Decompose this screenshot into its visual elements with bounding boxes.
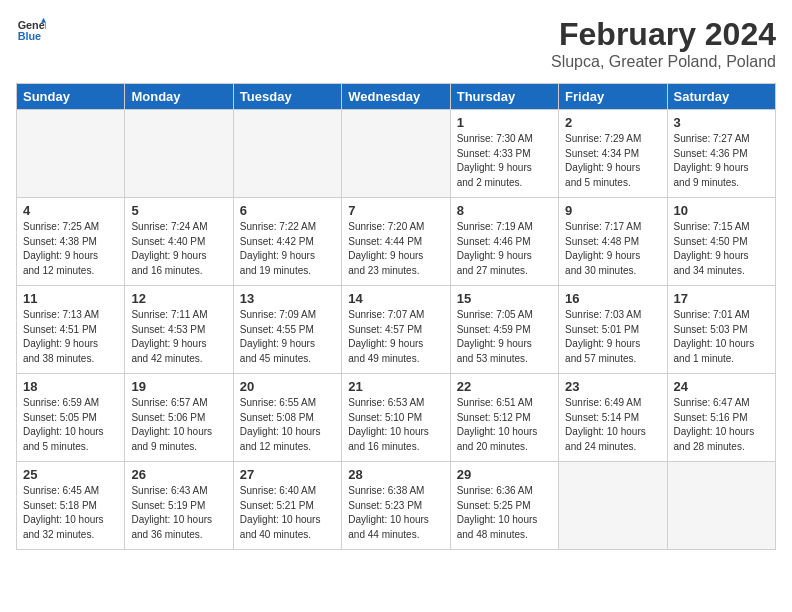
day-info: Sunrise: 7:03 AMSunset: 5:01 PMDaylight:… [565,308,660,366]
day-info: Sunrise: 6:59 AMSunset: 5:05 PMDaylight:… [23,396,118,454]
day-info: Sunrise: 7:27 AMSunset: 4:36 PMDaylight:… [674,132,769,190]
day-number: 5 [131,203,226,218]
header-row: Sunday Monday Tuesday Wednesday Thursday… [17,84,776,110]
day-info: Sunrise: 6:40 AMSunset: 5:21 PMDaylight:… [240,484,335,542]
day-info: Sunrise: 6:57 AMSunset: 5:06 PMDaylight:… [131,396,226,454]
day-info: Sunrise: 7:01 AMSunset: 5:03 PMDaylight:… [674,308,769,366]
calendar-cell: 26Sunrise: 6:43 AMSunset: 5:19 PMDayligh… [125,462,233,550]
calendar-cell: 4Sunrise: 7:25 AMSunset: 4:38 PMDaylight… [17,198,125,286]
day-info: Sunrise: 7:13 AMSunset: 4:51 PMDaylight:… [23,308,118,366]
calendar-table: Sunday Monday Tuesday Wednesday Thursday… [16,83,776,550]
day-number: 8 [457,203,552,218]
calendar-cell: 10Sunrise: 7:15 AMSunset: 4:50 PMDayligh… [667,198,775,286]
day-number: 26 [131,467,226,482]
day-info: Sunrise: 6:47 AMSunset: 5:16 PMDaylight:… [674,396,769,454]
header-sunday: Sunday [17,84,125,110]
calendar-cell: 16Sunrise: 7:03 AMSunset: 5:01 PMDayligh… [559,286,667,374]
day-info: Sunrise: 6:36 AMSunset: 5:25 PMDaylight:… [457,484,552,542]
calendar-cell: 17Sunrise: 7:01 AMSunset: 5:03 PMDayligh… [667,286,775,374]
calendar-cell [233,110,341,198]
day-info: Sunrise: 7:05 AMSunset: 4:59 PMDaylight:… [457,308,552,366]
day-number: 21 [348,379,443,394]
day-number: 15 [457,291,552,306]
calendar-cell: 2Sunrise: 7:29 AMSunset: 4:34 PMDaylight… [559,110,667,198]
title-section: February 2024 Slupca, Greater Poland, Po… [551,16,776,71]
header-friday: Friday [559,84,667,110]
calendar-cell: 12Sunrise: 7:11 AMSunset: 4:53 PMDayligh… [125,286,233,374]
calendar-title: February 2024 [551,16,776,53]
day-number: 18 [23,379,118,394]
calendar-cell: 24Sunrise: 6:47 AMSunset: 5:16 PMDayligh… [667,374,775,462]
calendar-cell [667,462,775,550]
calendar-cell: 27Sunrise: 6:40 AMSunset: 5:21 PMDayligh… [233,462,341,550]
header-monday: Monday [125,84,233,110]
calendar-week-4: 25Sunrise: 6:45 AMSunset: 5:18 PMDayligh… [17,462,776,550]
day-info: Sunrise: 6:49 AMSunset: 5:14 PMDaylight:… [565,396,660,454]
day-number: 3 [674,115,769,130]
calendar-cell: 9Sunrise: 7:17 AMSunset: 4:48 PMDaylight… [559,198,667,286]
day-info: Sunrise: 6:53 AMSunset: 5:10 PMDaylight:… [348,396,443,454]
day-number: 23 [565,379,660,394]
calendar-subtitle: Slupca, Greater Poland, Poland [551,53,776,71]
calendar-cell: 13Sunrise: 7:09 AMSunset: 4:55 PMDayligh… [233,286,341,374]
day-info: Sunrise: 6:51 AMSunset: 5:12 PMDaylight:… [457,396,552,454]
calendar-cell: 3Sunrise: 7:27 AMSunset: 4:36 PMDaylight… [667,110,775,198]
svg-text:Blue: Blue [18,30,41,42]
header-thursday: Thursday [450,84,558,110]
calendar-cell: 20Sunrise: 6:55 AMSunset: 5:08 PMDayligh… [233,374,341,462]
day-number: 10 [674,203,769,218]
day-info: Sunrise: 7:09 AMSunset: 4:55 PMDaylight:… [240,308,335,366]
day-number: 29 [457,467,552,482]
calendar-week-3: 18Sunrise: 6:59 AMSunset: 5:05 PMDayligh… [17,374,776,462]
day-number: 6 [240,203,335,218]
day-info: Sunrise: 7:25 AMSunset: 4:38 PMDaylight:… [23,220,118,278]
day-info: Sunrise: 6:55 AMSunset: 5:08 PMDaylight:… [240,396,335,454]
header-saturday: Saturday [667,84,775,110]
day-number: 25 [23,467,118,482]
calendar-week-0: 1Sunrise: 7:30 AMSunset: 4:33 PMDaylight… [17,110,776,198]
calendar-cell: 25Sunrise: 6:45 AMSunset: 5:18 PMDayligh… [17,462,125,550]
day-number: 17 [674,291,769,306]
calendar-cell: 23Sunrise: 6:49 AMSunset: 5:14 PMDayligh… [559,374,667,462]
day-info: Sunrise: 7:07 AMSunset: 4:57 PMDaylight:… [348,308,443,366]
day-info: Sunrise: 7:20 AMSunset: 4:44 PMDaylight:… [348,220,443,278]
day-number: 27 [240,467,335,482]
calendar-cell: 28Sunrise: 6:38 AMSunset: 5:23 PMDayligh… [342,462,450,550]
calendar-week-1: 4Sunrise: 7:25 AMSunset: 4:38 PMDaylight… [17,198,776,286]
calendar-cell: 7Sunrise: 7:20 AMSunset: 4:44 PMDaylight… [342,198,450,286]
calendar-cell: 14Sunrise: 7:07 AMSunset: 4:57 PMDayligh… [342,286,450,374]
header-wednesday: Wednesday [342,84,450,110]
calendar-cell: 22Sunrise: 6:51 AMSunset: 5:12 PMDayligh… [450,374,558,462]
day-number: 12 [131,291,226,306]
day-number: 1 [457,115,552,130]
page-header: General Blue February 2024 Slupca, Great… [16,16,776,71]
day-number: 20 [240,379,335,394]
calendar-cell: 19Sunrise: 6:57 AMSunset: 5:06 PMDayligh… [125,374,233,462]
day-number: 4 [23,203,118,218]
day-info: Sunrise: 6:38 AMSunset: 5:23 PMDaylight:… [348,484,443,542]
day-number: 7 [348,203,443,218]
day-number: 19 [131,379,226,394]
calendar-cell: 21Sunrise: 6:53 AMSunset: 5:10 PMDayligh… [342,374,450,462]
calendar-cell: 6Sunrise: 7:22 AMSunset: 4:42 PMDaylight… [233,198,341,286]
day-info: Sunrise: 7:24 AMSunset: 4:40 PMDaylight:… [131,220,226,278]
day-number: 11 [23,291,118,306]
day-number: 24 [674,379,769,394]
header-tuesday: Tuesday [233,84,341,110]
day-info: Sunrise: 6:43 AMSunset: 5:19 PMDaylight:… [131,484,226,542]
day-number: 2 [565,115,660,130]
day-info: Sunrise: 7:19 AMSunset: 4:46 PMDaylight:… [457,220,552,278]
day-number: 16 [565,291,660,306]
calendar-cell: 15Sunrise: 7:05 AMSunset: 4:59 PMDayligh… [450,286,558,374]
calendar-cell: 29Sunrise: 6:36 AMSunset: 5:25 PMDayligh… [450,462,558,550]
day-number: 22 [457,379,552,394]
calendar-cell: 5Sunrise: 7:24 AMSunset: 4:40 PMDaylight… [125,198,233,286]
day-number: 14 [348,291,443,306]
calendar-cell [125,110,233,198]
calendar-cell [559,462,667,550]
calendar-cell: 18Sunrise: 6:59 AMSunset: 5:05 PMDayligh… [17,374,125,462]
day-info: Sunrise: 7:11 AMSunset: 4:53 PMDaylight:… [131,308,226,366]
day-info: Sunrise: 6:45 AMSunset: 5:18 PMDaylight:… [23,484,118,542]
day-number: 13 [240,291,335,306]
calendar-cell: 11Sunrise: 7:13 AMSunset: 4:51 PMDayligh… [17,286,125,374]
